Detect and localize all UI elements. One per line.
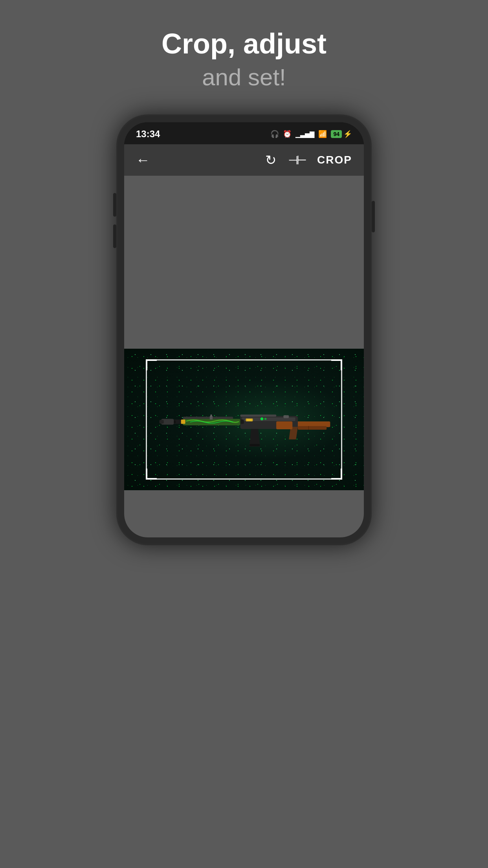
signal-icon: ▁▃▅▇ [295,131,314,138]
app-toolbar: ← ↻ ⊣⊢ CROP [124,144,364,176]
bottom-area [124,490,364,537]
phone-wrapper: 13:34 🎧 ⏰ ▁▃▅▇ 📶 94 ⚡ ← ↻ ⊣⊢ [116,114,372,545]
svg-rect-13 [183,417,233,419]
preview-section [124,349,364,490]
crop-corner-br [331,469,342,480]
battery-indicator: 94 ⚡ [331,130,352,138]
svg-point-23 [264,417,266,419]
crop-button[interactable]: CROP [317,154,352,166]
page-subtitle: and set! [202,64,286,91]
alarm-icon: ⏰ [283,130,292,138]
svg-marker-6 [250,429,260,447]
toolbar-right-actions: ↻ ⊣⊢ CROP [265,152,352,168]
main-image-area [124,176,364,349]
status-time: 13:34 [136,129,160,140]
svg-rect-2 [298,426,327,429]
crop-corner-tl [146,359,157,370]
page-title: Crop, adjust [161,28,327,60]
phone-device: 13:34 🎧 ⏰ ▁▃▅▇ 📶 94 ⚡ ← ↻ ⊣⊢ [116,114,372,545]
back-button[interactable]: ← [136,152,150,168]
wifi-icon: 📶 [318,130,327,138]
headphones-icon: 🎧 [270,130,279,138]
svg-rect-21 [276,421,292,429]
power-button[interactable] [372,201,375,232]
status-bar: 13:34 🎧 ⏰ ▁▃▅▇ 📶 94 ⚡ [124,122,364,144]
svg-rect-18 [284,415,289,418]
svg-rect-24 [181,419,185,424]
status-icons: 🎧 ⏰ ▁▃▅▇ 📶 94 ⚡ [270,130,352,138]
crop-corner-bl [146,469,157,480]
phone-screen: 13:34 🎧 ⏰ ▁▃▅▇ 📶 94 ⚡ ← ↻ ⊣⊢ [124,122,364,537]
charging-icon: ⚡ [343,130,352,138]
flip-button[interactable]: ⊣⊢ [288,153,305,167]
battery-percentage: 94 [331,130,342,138]
gun-image [154,387,334,452]
svg-rect-17 [211,414,212,416]
page-header: Crop, adjust and set! [161,0,327,114]
volume-up-button[interactable] [113,193,116,217]
svg-rect-20 [247,419,252,421]
svg-rect-15 [240,414,276,416]
svg-rect-12 [160,420,164,423]
rotate-button[interactable]: ↻ [265,152,276,168]
svg-point-22 [261,417,263,420]
crop-corner-tr [331,359,342,370]
volume-down-button[interactable] [113,224,116,248]
svg-rect-7 [250,444,260,446]
